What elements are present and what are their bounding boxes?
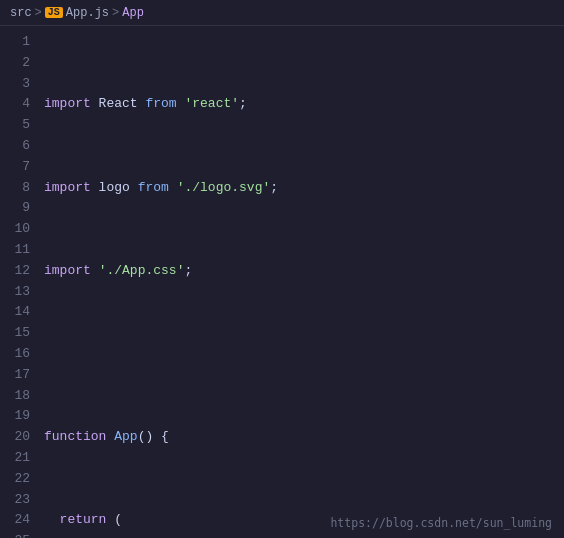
watermark: https://blog.csdn.net/sun_luming bbox=[330, 516, 552, 530]
breadcrumb: src > JS App.js > App bbox=[0, 0, 564, 26]
code-lines: import React from 'react'; import logo f… bbox=[38, 26, 564, 538]
code-line-1: import React from 'react'; bbox=[44, 94, 554, 115]
js-badge: JS bbox=[45, 7, 63, 18]
line-numbers: 12345 678910 1112131415 1617181920 21222… bbox=[0, 26, 38, 538]
breadcrumb-file: App.js bbox=[66, 6, 109, 20]
breadcrumb-sep2: > bbox=[112, 6, 119, 20]
code-line-2: import logo from './logo.svg'; bbox=[44, 178, 554, 199]
breadcrumb-src: src bbox=[10, 6, 32, 20]
breadcrumb-sep1: > bbox=[35, 6, 42, 20]
code-area: 12345 678910 1112131415 1617181920 21222… bbox=[0, 26, 564, 538]
breadcrumb-component: App bbox=[122, 6, 144, 20]
code-line-4 bbox=[44, 344, 554, 365]
editor: src > JS App.js > App 12345 678910 11121… bbox=[0, 0, 564, 538]
code-line-5: function App() { bbox=[44, 427, 554, 448]
code-line-3: import './App.css'; bbox=[44, 261, 554, 282]
